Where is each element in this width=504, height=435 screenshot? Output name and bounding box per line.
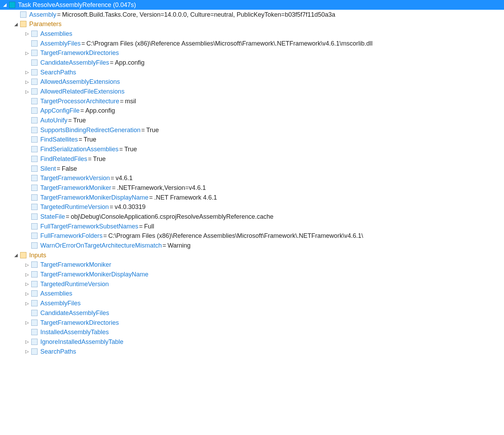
item-icon (31, 69, 38, 75)
equals-text: = (87, 156, 93, 162)
tree-item-value: True (146, 127, 159, 133)
expander-closed-icon[interactable]: ▷ (23, 50, 31, 56)
tree-item-key: FindSerializationAssemblies (40, 146, 119, 152)
tree-item[interactable]: TargetProcessorArchitecture = msil (0, 96, 504, 106)
item-icon (31, 348, 38, 355)
item-icon (31, 59, 38, 66)
tree-item-key: AssemblyFiles (40, 300, 81, 306)
item-icon (31, 194, 38, 201)
tree-item[interactable]: ▷TargetFrameworkDirectories (0, 318, 504, 328)
tree-item-value: App.config (86, 107, 115, 114)
tree-item[interactable]: InstalledAssemblyTables (0, 327, 504, 337)
tree-item[interactable]: ▷SearchPaths (0, 347, 504, 356)
tree-item[interactable]: SupportsBindingRedirectGeneration = True (0, 125, 504, 135)
equals-text: = (110, 175, 116, 181)
tree-item[interactable]: FullFrameworkFolders = C:\Program Files … (0, 231, 504, 241)
tree-item-key: Assembly (29, 11, 56, 18)
tree-item[interactable]: FindSatellites = True (0, 135, 504, 145)
tree-item[interactable]: TargetFrameworkVersion = v4.6.1 (0, 173, 504, 183)
task-row[interactable]: ◢ Task ResolveAssemblyReference (0.047s) (0, 0, 504, 10)
parameters-folder[interactable]: ◢ Parameters (0, 19, 504, 29)
expander-open-icon[interactable]: ◢ (12, 21, 20, 27)
tree-item-key: TargetFrameworkMoniker (40, 261, 111, 268)
item-icon (31, 40, 38, 47)
tree-item-value: v4.0.30319 (115, 204, 146, 210)
equals-text: = (56, 166, 62, 172)
expander-closed-icon[interactable]: ▷ (23, 88, 31, 95)
tree-item-value: obj\Debug\ConsoleApplication6.csprojReso… (71, 214, 274, 220)
inputs-folder[interactable]: ◢ Inputs (0, 250, 504, 260)
tree-item[interactable]: AssemblyFiles = C:\Program Files (x86)\R… (0, 39, 504, 48)
tree-item[interactable]: FindRelatedFiles = True (0, 154, 504, 164)
tree-item-key: TargetFrameworkDirectories (40, 320, 119, 326)
expander-closed-icon[interactable]: ▷ (23, 271, 31, 277)
item-icon (31, 320, 38, 326)
tree-item[interactable]: WarnOrErrorOnTargetArchitectureMismatch … (0, 241, 504, 250)
tree-item-key: CandidateAssemblyFiles (40, 59, 109, 66)
tree-item[interactable]: StateFile = obj\Debug\ConsoleApplication… (0, 212, 504, 221)
expander-open-icon[interactable]: ◢ (12, 252, 20, 258)
tree-item[interactable]: ▷TargetFrameworkMonikerDisplayName (0, 269, 504, 279)
tree-item-value: App.config (115, 59, 145, 66)
inputs-list: ▷TargetFrameworkMoniker▷TargetFrameworkM… (0, 260, 504, 356)
folder-icon (20, 252, 26, 258)
tree-item-key: Silent (40, 166, 56, 172)
expander-closed-icon[interactable]: ▷ (23, 79, 31, 85)
expander-closed-icon[interactable]: ▷ (23, 31, 31, 37)
item-icon (31, 107, 38, 114)
tree-item[interactable]: Assembly = Microsoft.Build.Tasks.Core, V… (0, 10, 504, 19)
tree-item-key: TargetFrameworkDirectories (40, 50, 119, 56)
equals-text: = (111, 185, 117, 191)
tree-item[interactable]: ▷IgnoreInstalledAssemblyTable (0, 337, 504, 347)
tree-item[interactable]: TargetFrameworkMoniker = .NETFramework,V… (0, 183, 504, 193)
equals-text: = (65, 214, 71, 220)
expander-closed-icon[interactable]: ▷ (23, 320, 31, 326)
tree-item-value: C:\Program Files (x86)\Reference Assembl… (87, 40, 373, 47)
item-icon (31, 79, 38, 85)
tree-item-key: FindRelatedFiles (40, 156, 87, 162)
expander-closed-icon[interactable]: ▷ (23, 339, 31, 345)
equals-text: = (67, 117, 73, 123)
tree-item[interactable]: AppConfigFile = App.config (0, 106, 504, 116)
tree-item-key: Assemblies (40, 31, 72, 37)
expander-closed-icon[interactable]: ▷ (23, 348, 31, 355)
tree-item-key: IgnoreInstalledAssemblyTable (40, 339, 123, 345)
tree-item-value: C:\Program Files (x86)\Reference Assembl… (108, 233, 363, 239)
item-icon (31, 166, 38, 172)
tree-item-key: AssemblyFiles (40, 40, 81, 47)
expander-closed-icon[interactable]: ▷ (23, 281, 31, 287)
expander-closed-icon[interactable]: ▷ (23, 290, 31, 297)
tree-item[interactable]: CandidateAssemblyFiles (0, 308, 504, 318)
expander-open-icon[interactable]: ◢ (1, 2, 9, 8)
tree-item[interactable]: ▷SearchPaths (0, 67, 504, 77)
tree-item[interactable]: Silent = False (0, 164, 504, 174)
tree-item[interactable]: ▷AssemblyFiles (0, 298, 504, 308)
item-icon (20, 11, 26, 18)
expander-closed-icon[interactable]: ▷ (23, 300, 31, 306)
tree-item[interactable]: ▷TargetFrameworkDirectories (0, 48, 504, 58)
tree-item-value: .NET Framework 4.6.1 (154, 194, 217, 201)
tree-item[interactable]: TargetedRuntimeVersion = v4.0.30319 (0, 202, 504, 212)
equals-text: = (56, 11, 62, 18)
tree-item[interactable]: AutoUnify = True (0, 115, 504, 125)
tree-item[interactable]: ▷TargetedRuntimeVersion (0, 279, 504, 289)
equals-text: = (140, 127, 146, 133)
tree-item[interactable]: TargetFrameworkMonikerDisplayName = .NET… (0, 193, 504, 202)
expander-closed-icon[interactable]: ▷ (23, 69, 31, 75)
tree-item-key: SupportsBindingRedirectGeneration (40, 127, 140, 133)
equals-text: = (80, 107, 86, 114)
tree-item-key: AllowedAssemblyExtensions (40, 79, 120, 85)
item-icon (31, 50, 38, 56)
tree-item[interactable]: FullTargetFrameworkSubsetNames = Full (0, 221, 504, 231)
tree-item[interactable]: ▷AllowedRelatedFileExtensions (0, 87, 504, 96)
tree-item[interactable]: FindSerializationAssemblies = True (0, 144, 504, 154)
tree-item[interactable]: ▷AllowedAssemblyExtensions (0, 77, 504, 87)
tree-item[interactable]: ▷Assemblies (0, 29, 504, 39)
tree-item[interactable]: CandidateAssemblyFiles = App.config (0, 58, 504, 67)
task-label: Task ResolveAssemblyReference (0.047s) (18, 2, 136, 8)
tree-item[interactable]: ▷Assemblies (0, 289, 504, 299)
tree-item-key: TargetFrameworkMoniker (40, 185, 111, 191)
tree-item[interactable]: ▷TargetFrameworkMoniker (0, 260, 504, 270)
expander-closed-icon[interactable]: ▷ (23, 261, 31, 268)
tree-item-key: CandidateAssemblyFiles (40, 310, 109, 316)
